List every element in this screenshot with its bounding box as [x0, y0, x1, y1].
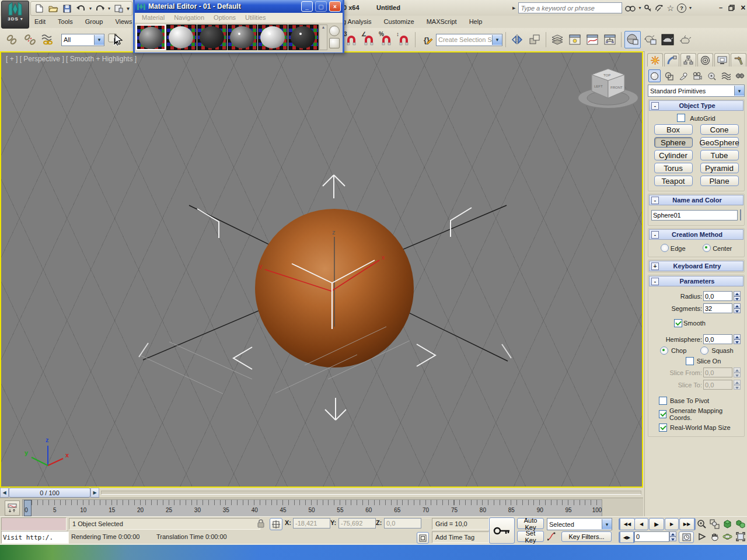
material-editor-minimize-button[interactable]: _: [301, 1, 313, 12]
me-menu-utilities[interactable]: Utilities: [240, 13, 270, 23]
keyboard-entry-header[interactable]: + Keyboard Entry: [649, 261, 743, 271]
teapot-button[interactable]: Teapot: [654, 176, 693, 186]
mini-curve-editor-button[interactable]: [5, 501, 20, 516]
key-filter-set-caret[interactable]: ▾: [602, 519, 612, 529]
cylinder-button[interactable]: Cylinder: [654, 150, 693, 160]
expand-icon[interactable]: +: [651, 262, 659, 270]
time-configuration-icon[interactable]: [679, 531, 694, 543]
radius-spinner[interactable]: [734, 291, 741, 301]
category-cameras[interactable]: [691, 69, 703, 82]
smooth-checkbox[interactable]: [674, 319, 682, 327]
key-filters-button[interactable]: Key Filters...: [561, 531, 612, 542]
play-animation-icon[interactable]: ▶: [649, 518, 664, 530]
category-systems[interactable]: [734, 69, 746, 82]
slice-on-checkbox[interactable]: [686, 357, 694, 365]
object-color-swatch[interactable]: [740, 209, 741, 220]
maxscript-mini-listener[interactable]: Visit http:/.: [1, 531, 69, 544]
segments-field[interactable]: [703, 303, 732, 313]
z-coordinate-field[interactable]: 0,0: [384, 518, 421, 528]
material-editor-titlebar[interactable]: Material Editor - 01 - Default _ ▢ ×: [135, 0, 343, 13]
menu-help[interactable]: Help: [464, 16, 488, 28]
search-expand-icon[interactable]: ▶: [512, 6, 515, 10]
render-setup-icon[interactable]: [642, 31, 658, 48]
box-button[interactable]: Box: [654, 124, 693, 135]
me-menu-material[interactable]: Material: [137, 13, 169, 23]
named-selection-caret[interactable]: ▾: [492, 35, 502, 45]
application-menu-button[interactable]: 3DS▾: [1, 1, 29, 29]
material-editor-maximize-button[interactable]: ▢: [315, 1, 327, 12]
key-filter-set-dropdown[interactable]: Selected ▾: [547, 518, 612, 530]
name-color-header[interactable]: - Name and Color: [649, 195, 743, 205]
creation-method-header[interactable]: - Creation Method: [649, 229, 743, 240]
previous-frame-icon[interactable]: ◀: [634, 518, 648, 530]
transform-typein-mode-button[interactable]: [270, 518, 282, 530]
edit-named-selection-sets-icon[interactable]: {}: [418, 31, 435, 48]
frame-spinner[interactable]: [669, 531, 676, 541]
tab-display[interactable]: [714, 53, 730, 66]
search-input[interactable]: [518, 2, 622, 13]
add-time-tag[interactable]: Add Time Tag: [432, 531, 489, 543]
new-scene-icon[interactable]: [33, 4, 45, 14]
category-helpers[interactable]: [706, 69, 718, 82]
snap-spinner-icon[interactable]: ↕: [396, 31, 412, 48]
primitive-category-caret[interactable]: ▾: [734, 86, 744, 96]
default-in-out-tangent-icon[interactable]: [547, 532, 558, 541]
favorites-star-icon[interactable]: ☆: [666, 4, 674, 13]
next-frame-icon[interactable]: ▶: [665, 518, 679, 530]
snap-percent-icon[interactable]: %: [378, 31, 395, 48]
parameters-header[interactable]: - Parameters: [649, 276, 743, 286]
auto-key-button[interactable]: Auto Key: [517, 518, 544, 529]
time-slider-next-icon[interactable]: ▶: [90, 488, 99, 498]
window-close-button[interactable]: ×: [741, 3, 745, 12]
communication-key-icon[interactable]: [644, 4, 652, 12]
render-production-icon[interactable]: [677, 31, 693, 48]
time-tag-icon[interactable]: [417, 532, 429, 544]
hemisphere-spinner[interactable]: [734, 334, 741, 344]
named-selection-set-dropdown[interactable]: Create Selection Se ▾: [436, 34, 502, 46]
material-slot-5[interactable]: [258, 24, 288, 50]
tube-button[interactable]: Tube: [700, 150, 739, 160]
material-slot-4[interactable]: [228, 24, 257, 50]
backlight-icon[interactable]: [329, 38, 340, 48]
hemisphere-field[interactable]: [703, 334, 732, 344]
set-key-button[interactable]: Set Key: [517, 531, 544, 542]
unlink-selection-icon[interactable]: [22, 31, 38, 48]
material-slot-2[interactable]: [166, 24, 196, 50]
y-coordinate-field[interactable]: -75,692: [338, 518, 376, 528]
material-slots-scrollbar[interactable]: ▲: [319, 24, 328, 50]
bind-to-space-warp-icon[interactable]: [40, 31, 56, 48]
selection-lock-icon[interactable]: [257, 519, 265, 528]
center-radio[interactable]: [703, 244, 711, 252]
zoom-all-icon[interactable]: [708, 518, 721, 530]
menu-maxscript[interactable]: MAXScript: [421, 16, 462, 28]
window-restore-button[interactable]: [728, 5, 735, 11]
segments-spinner[interactable]: [734, 303, 741, 313]
object-type-header[interactable]: - Object Type: [649, 100, 743, 111]
tab-modify[interactable]: [664, 53, 680, 66]
align-icon[interactable]: [526, 31, 543, 48]
perspective-viewport[interactable]: [ + ] [ Perspective ] [ Smooth + Highlig…: [0, 51, 643, 488]
maximize-viewport-toggle-icon[interactable]: [734, 531, 746, 542]
schematic-view-icon[interactable]: [602, 31, 618, 48]
object-name-field[interactable]: [651, 210, 738, 220]
toolbar-overflow-caret[interactable]: ▾: [127, 5, 130, 12]
material-slot-1[interactable]: [136, 24, 166, 50]
material-editor-icon[interactable]: [624, 31, 641, 48]
category-space-warps[interactable]: [720, 69, 732, 82]
sample-type-icon[interactable]: [329, 26, 340, 36]
key-mode-toggle-icon[interactable]: ◀▶: [619, 531, 635, 543]
save-file-icon[interactable]: [61, 4, 73, 14]
real-world-checkbox[interactable]: [659, 424, 667, 432]
pan-hand-icon[interactable]: [708, 531, 721, 542]
me-menu-options[interactable]: Options: [209, 13, 240, 23]
track-ruler[interactable]: 0510152025303540455055606570758085909510…: [22, 499, 602, 517]
redo-caret[interactable]: ▾: [108, 6, 110, 11]
material-slot-6[interactable]: [288, 24, 318, 50]
category-shapes[interactable]: [662, 69, 675, 82]
edge-radio[interactable]: [661, 244, 669, 252]
scene-explorer-icon[interactable]: [567, 31, 583, 48]
material-slot-3[interactable]: [197, 24, 227, 50]
chop-radio[interactable]: [660, 346, 668, 355]
snap-angle-icon[interactable]: ∠: [361, 31, 377, 48]
communication-center-icon[interactable]: [655, 4, 664, 12]
